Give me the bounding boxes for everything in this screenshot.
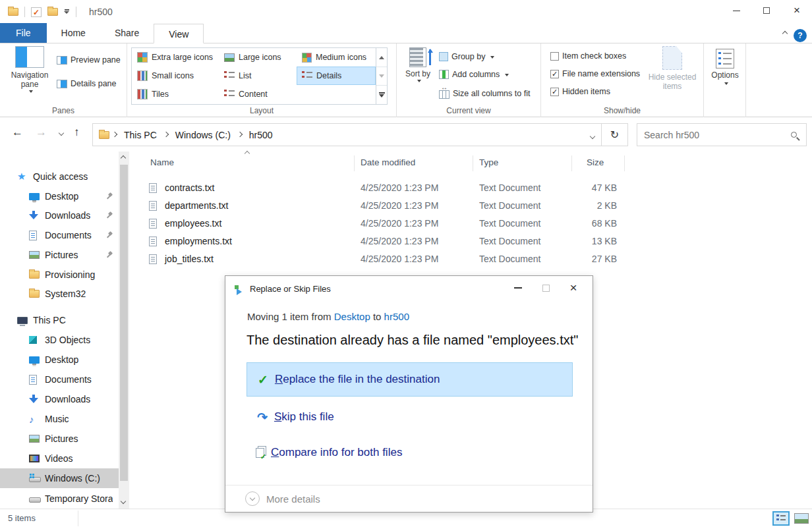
preview-pane-button[interactable]: Preview pane	[57, 55, 121, 65]
thumbnail-view-button[interactable]	[794, 513, 809, 524]
group-by-button[interactable]: Group by	[439, 52, 494, 61]
sidebar-item-music[interactable]: ♪Music	[0, 409, 119, 429]
sidebar-item-documents[interactable]: Documents	[0, 225, 119, 245]
sidebar-item-quick-access[interactable]: ★Quick access	[0, 167, 119, 186]
details-view-button[interactable]	[772, 511, 790, 526]
gallery-scroll-up-button[interactable]	[376, 48, 387, 67]
skip-file-option[interactable]: ↶ Skip this file	[246, 405, 573, 429]
layout-small-icons[interactable]: Small icons	[132, 67, 219, 85]
new-folder-icon[interactable]	[47, 8, 58, 16]
back-button[interactable]: ←	[12, 126, 23, 139]
sidebar-item-desktop[interactable]: Desktop	[0, 186, 119, 206]
compare-files-option[interactable]: Compare info for both files	[246, 441, 573, 464]
properties-check-icon[interactable]: ✓	[31, 7, 42, 17]
layout-list[interactable]: List	[219, 67, 297, 85]
forward-button[interactable]: →	[36, 126, 47, 139]
sidebar-item-videos[interactable]: Videos	[0, 449, 119, 468]
breadcrumb-separator-icon[interactable]	[163, 131, 169, 136]
sidebar-item-temporary-storage[interactable]: Temporary Stora	[0, 489, 119, 509]
file-row[interactable]: departments.txt 4/25/2020 1:23 PM Text D…	[129, 197, 812, 215]
search-box[interactable]	[637, 123, 807, 146]
replace-file-option[interactable]: ✓ Replace the file in the destination	[246, 362, 573, 397]
address-bar[interactable]: This PC Windows (C:) hr500	[92, 123, 602, 146]
layout-details[interactable]: Details	[297, 67, 376, 85]
options-button[interactable]: Options	[709, 49, 741, 86]
sidebar-item-3d-objects[interactable]: 3D Objects	[0, 330, 119, 350]
scroll-down-icon[interactable]	[121, 499, 126, 504]
layout-large-icons[interactable]: Large icons	[219, 48, 297, 67]
size-all-columns-button[interactable]: Size all columns to fit	[439, 88, 530, 99]
column-header-size[interactable]: Size	[587, 157, 604, 167]
dialog-close-button[interactable]: ×	[560, 276, 587, 300]
sidebar-item-provisioning[interactable]: Provisioning	[0, 265, 119, 285]
layout-tiles[interactable]: Tiles	[132, 85, 219, 103]
sidebar-item-documents-pc[interactable]: Documents	[0, 370, 119, 389]
minimize-button[interactable]	[721, 0, 751, 21]
search-input[interactable]	[637, 130, 791, 140]
sidebar-item-this-pc[interactable]: This PC	[0, 310, 119, 330]
tab-view[interactable]: View	[154, 24, 204, 43]
sidebar-item-pictures-pc[interactable]: Pictures	[0, 429, 119, 449]
scroll-up-icon[interactable]	[121, 155, 126, 161]
help-button[interactable]: ?	[794, 29, 807, 42]
sidebar-item-downloads-pc[interactable]: Downloads	[0, 389, 119, 409]
sidebar-item-windows-c[interactable]: Windows (C:)	[0, 468, 119, 488]
source-link[interactable]: Desktop	[334, 311, 370, 322]
details-pane-button[interactable]: Details pane	[57, 79, 117, 88]
search-icon[interactable]	[791, 132, 797, 138]
column-header-name[interactable]: Name	[150, 157, 174, 167]
column-divider[interactable]	[624, 155, 625, 171]
column-divider[interactable]	[571, 155, 572, 171]
breadcrumb-separator-icon[interactable]	[237, 131, 243, 136]
item-check-boxes-checkbox[interactable]: Item check boxes	[550, 51, 626, 61]
file-row[interactable]: contracts.txt 4/25/2020 1:23 PM Text Doc…	[129, 179, 812, 197]
scrollbar-thumb[interactable]	[120, 165, 128, 481]
file-row[interactable]: job_titles.txt 4/25/2020 1:23 PM Text Do…	[129, 250, 812, 268]
column-divider[interactable]	[473, 155, 473, 171]
column-header-type[interactable]: Type	[479, 157, 498, 167]
breadcrumb-windows-c[interactable]: Windows (C:)	[171, 130, 235, 140]
recent-locations-chevron-icon[interactable]	[59, 130, 64, 136]
breadcrumb-hr500[interactable]: hr500	[245, 130, 277, 140]
file-row[interactable]: employments.txt 4/25/2020 1:23 PM Text D…	[129, 233, 812, 250]
gallery-scroll-down-button[interactable]	[376, 67, 387, 86]
layout-extra-large-icons[interactable]: Extra large icons	[132, 48, 219, 67]
navigation-pane-button[interactable]: Navigation pane	[8, 46, 51, 94]
sidebar-item-desktop-pc[interactable]: Desktop	[0, 350, 119, 370]
destination-link[interactable]: hr500	[384, 311, 409, 322]
sidebar-item-system32[interactable]: System32	[0, 284, 119, 304]
column-divider[interactable]	[354, 155, 355, 171]
address-dropdown-button[interactable]	[591, 130, 601, 140]
minimize-icon	[733, 11, 740, 11]
hide-selected-items-icon	[662, 46, 682, 70]
layout-medium-icons[interactable]: Medium icons	[297, 48, 376, 67]
up-button[interactable]: ↑	[74, 126, 80, 139]
hide-selected-items-button[interactable]: Hide selected items	[645, 46, 699, 91]
sort-by-button[interactable]: Sort by	[403, 47, 432, 83]
dialog-minimize-button[interactable]	[504, 276, 532, 300]
customize-toolbar-caret-icon[interactable]	[64, 9, 70, 14]
sidebar-scrollbar[interactable]	[119, 152, 129, 509]
column-header-date-modified[interactable]: Date modified	[361, 157, 415, 167]
tab-home[interactable]: Home	[47, 23, 100, 43]
cube-3d-icon	[29, 336, 37, 344]
breadcrumb-this-pc[interactable]: This PC	[120, 130, 161, 140]
more-details-button[interactable]: More details	[245, 491, 320, 506]
hidden-items-checkbox[interactable]: ✓ Hidden items	[550, 87, 610, 96]
add-columns-button[interactable]: Add columns	[439, 70, 509, 79]
current-view-group-label: Current view	[397, 106, 540, 115]
breadcrumb-separator-icon[interactable]	[112, 131, 117, 136]
close-button[interactable]: ×	[782, 0, 812, 21]
refresh-button[interactable]: ↻	[602, 123, 628, 146]
sidebar-item-downloads[interactable]: Downloads	[0, 206, 119, 225]
medium-icons-icon	[302, 53, 312, 63]
file-name-extensions-checkbox[interactable]: ✓ File name extensions	[550, 69, 640, 78]
gallery-more-button[interactable]	[376, 86, 387, 104]
sidebar-item-pictures[interactable]: Pictures	[0, 245, 119, 265]
layout-content[interactable]: Content	[219, 85, 297, 103]
dialog-maximize-button[interactable]	[532, 276, 560, 300]
maximize-button[interactable]	[751, 0, 782, 21]
tab-file[interactable]: File	[0, 23, 47, 43]
file-row[interactable]: employees.txt 4/25/2020 1:23 PM Text Doc…	[129, 215, 812, 233]
tab-share[interactable]: Share	[100, 23, 154, 43]
